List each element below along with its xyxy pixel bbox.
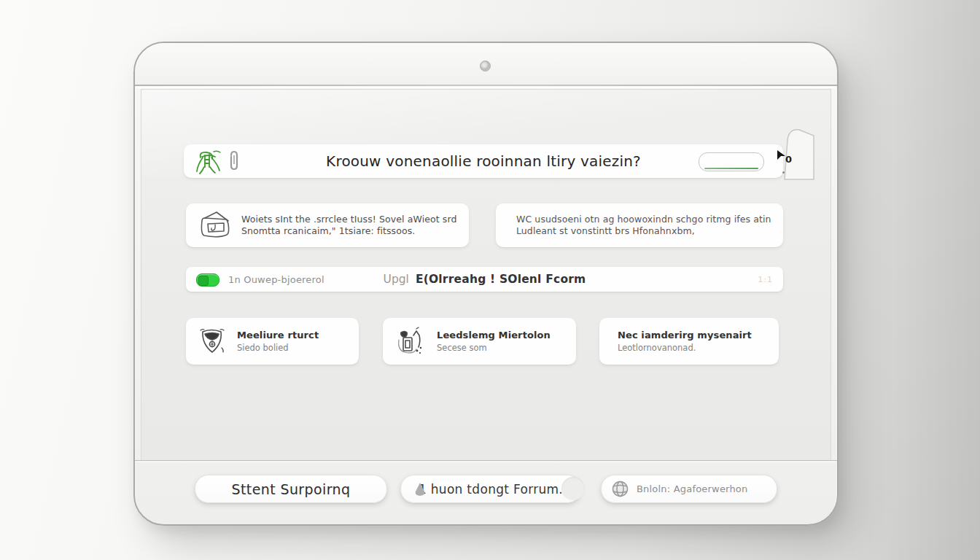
feature-title: Nec iamderirg mysenairt bbox=[618, 330, 752, 341]
page-title: Kroouw vonenaollie rooinnan ltiry vaiezi… bbox=[184, 144, 783, 178]
start-button[interactable]: Sttent Surpoirnq bbox=[195, 475, 387, 503]
info-line: Woiets sInt the .srrclee tIuss! Sovel aW… bbox=[241, 214, 457, 225]
envelope-doodle-icon bbox=[198, 209, 233, 241]
bottle-doodle-icon bbox=[394, 325, 427, 357]
toggle-title-prefix: Upgl bbox=[384, 273, 409, 286]
forum-button[interactable]: 1 huon tdongt Forrum. bbox=[400, 475, 581, 503]
bottom-bezel-divider-highlight bbox=[136, 462, 836, 462]
feature-title: Leedslemg Miertolon bbox=[437, 330, 551, 341]
feature-card-1[interactable]: Meeliure rturct Siedo bolied bbox=[186, 318, 359, 365]
info-card-right-text: WC usudsoeni otn ag hoowoxindn schgo rit… bbox=[516, 214, 771, 237]
forum-button-end-circle bbox=[561, 477, 585, 500]
shield-doodle-icon bbox=[198, 326, 227, 357]
info-card-left-text: Woiets sInt the .srrclee tIuss! Sovel aW… bbox=[241, 214, 457, 237]
info-line: WC usudsoeni otn ag hoowoxindn schgo rit… bbox=[516, 214, 771, 225]
info-card-right[interactable]: WC usudsoeni otn ag hoowoxindn schgo rit… bbox=[496, 203, 783, 247]
language-button-label: Bnloln: Agafoerwerhon bbox=[637, 483, 747, 494]
cursor-dot bbox=[782, 171, 785, 174]
toggle-bar: 1n Ouwep-bjoererol UpglE(Olrreahg ! SOle… bbox=[186, 267, 783, 292]
feature-card-2-text: Leedslemg Miertolon Secese som bbox=[437, 330, 551, 353]
feature-subtitle: Siedo bolied bbox=[237, 343, 319, 353]
mouse-cursor: 0 bbox=[777, 149, 798, 174]
mountain-icon bbox=[411, 481, 429, 498]
info-line: Snomtta rcanicaim," 1tsiare: fitssoos. bbox=[241, 225, 457, 237]
feature-subtitle: Leotlornovanonad. bbox=[618, 343, 752, 353]
bezel-divider-highlight bbox=[136, 87, 836, 88]
bezel-divider bbox=[135, 85, 837, 86]
feature-subtitle: Secese som bbox=[437, 343, 551, 353]
feature-card-1-text: Meeliure rturct Siedo bolied bbox=[237, 330, 319, 353]
bottom-bezel-divider bbox=[135, 460, 837, 461]
camera-dot bbox=[480, 61, 491, 71]
feature-card-2[interactable]: Leedslemg Miertolon Secese som bbox=[383, 318, 576, 365]
wall-shadow bbox=[834, 0, 980, 560]
language-button[interactable]: Bnloln: Agafoerwerhon bbox=[601, 475, 777, 503]
forum-button-label: 1 huon tdongt Forrum. bbox=[419, 482, 563, 497]
toggle-right-hint: 1:1 bbox=[758, 275, 773, 284]
toggle-bar-title: UpglE(Olrreahg ! SOlenl Fcorm bbox=[186, 273, 783, 286]
start-button-label: Sttent Surpoirnq bbox=[231, 481, 350, 497]
tablet-device: Kroouw vonenaollie rooinnan ltiry vaiezi… bbox=[133, 42, 839, 526]
feature-card-3-text: Nec iamderirg mysenairt Leotlornovanonad… bbox=[618, 330, 752, 353]
header-bar: Kroouw vonenaollie rooinnan ltiry vaiezi… bbox=[184, 144, 783, 178]
feature-title: Meeliure rturct bbox=[237, 330, 319, 341]
info-card-left[interactable]: Woiets sInt the .srrclee tIuss! Sovel aW… bbox=[186, 203, 469, 247]
field-green-underline bbox=[704, 168, 758, 169]
feature-card-3[interactable]: Nec iamderirg mysenairt Leotlornovanonad… bbox=[599, 318, 779, 365]
cursor-count-label: 0 bbox=[785, 154, 792, 165]
header-input-field[interactable] bbox=[699, 152, 764, 171]
info-line: Ludleant st vonstintt brs Hfonahnxbm, bbox=[516, 225, 771, 237]
toggle-title-main: E(Olrreahg ! SOlenl Fcorm bbox=[416, 273, 586, 286]
globe-icon bbox=[611, 480, 629, 498]
